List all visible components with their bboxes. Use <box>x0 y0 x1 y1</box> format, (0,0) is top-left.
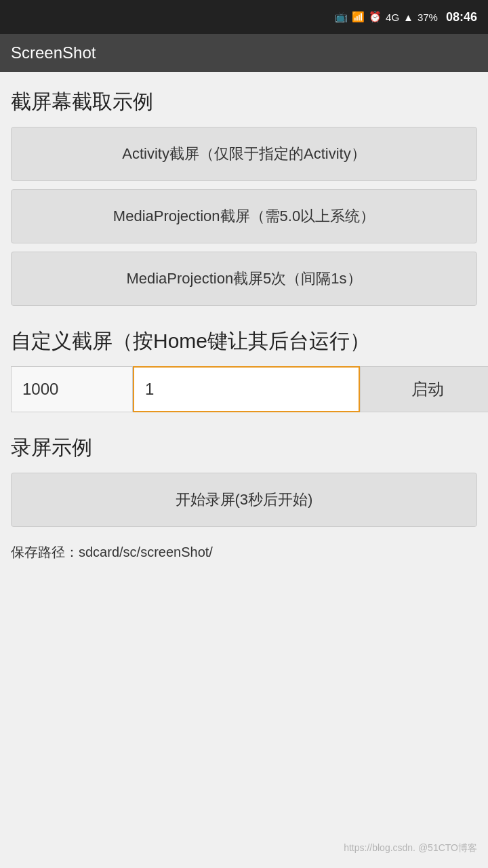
custom-screenshot-section: 自定义截屏（按Home键让其后台运行） 启动 <box>11 328 477 412</box>
main-content: 截屏幕截取示例 Activity截屏（仅限于指定的Activity） Media… <box>0 72 488 578</box>
network-4g: 4G <box>386 12 399 23</box>
title-bar: ScreenShot <box>0 34 488 72</box>
record-screen-section: 录屏示例 开始录屏(3秒后开始) <box>11 434 477 527</box>
phone-icon: 📶 <box>352 11 365 23</box>
interval-input[interactable] <box>11 366 133 412</box>
alarm-icon: ⏰ <box>369 11 382 23</box>
app-title: ScreenShot <box>11 43 96 62</box>
watermark: https://blog.csdn. @51CTO博客 <box>344 842 477 854</box>
battery-level: 37% <box>418 12 438 23</box>
signal-bars: ▲ <box>403 12 413 23</box>
media-projection-screenshot-button[interactable]: MediaProjection截屏（需5.0以上系统） <box>11 189 477 243</box>
cast-icon: 📺 <box>335 11 348 23</box>
start-record-button[interactable]: 开始录屏(3秒后开始) <box>11 473 477 527</box>
status-icons: 📺 📶 ⏰ 4G ▲ 37% 08:46 <box>335 10 477 24</box>
screenshot-section-title: 截屏幕截取示例 <box>11 88 477 116</box>
start-custom-screenshot-button[interactable]: 启动 <box>360 366 488 412</box>
custom-screenshot-row: 启动 <box>11 366 477 412</box>
activity-screenshot-button[interactable]: Activity截屏（仅限于指定的Activity） <box>11 127 477 181</box>
screenshot-example-section: 截屏幕截取示例 Activity截屏（仅限于指定的Activity） Media… <box>11 88 477 306</box>
media-projection-5times-button[interactable]: MediaProjection截屏5次（间隔1s） <box>11 252 477 306</box>
status-bar: 📺 📶 ⏰ 4G ▲ 37% 08:46 <box>0 0 488 34</box>
custom-screenshot-title: 自定义截屏（按Home键让其后台运行） <box>11 328 477 355</box>
count-input[interactable] <box>133 366 360 412</box>
record-screen-title: 录屏示例 <box>11 434 477 462</box>
save-path: 保存路径：sdcard/sc/screenShot/ <box>11 543 477 561</box>
status-time: 08:46 <box>446 10 477 24</box>
